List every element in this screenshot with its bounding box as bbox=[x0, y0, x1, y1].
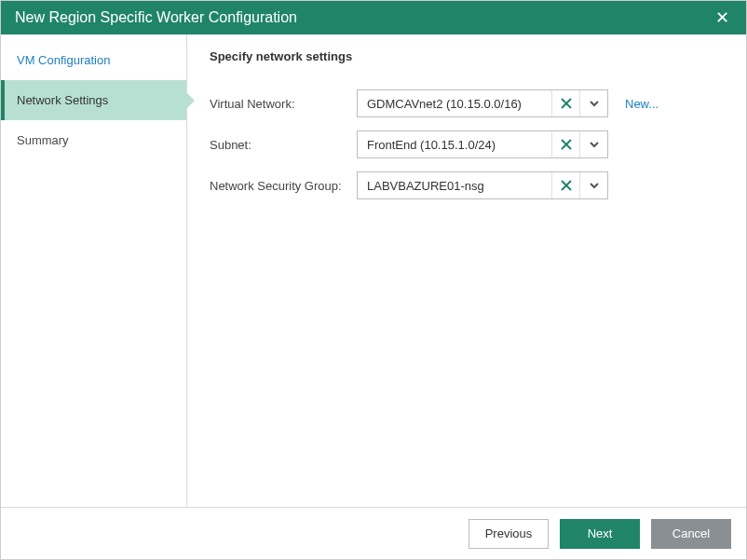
label-subnet: Subnet: bbox=[210, 138, 357, 152]
window-title: New Region Specific Worker Configuration bbox=[15, 9, 297, 26]
content-panel: Specify network settings Virtual Network… bbox=[187, 34, 746, 507]
sidebar-item-network-settings[interactable]: Network Settings bbox=[1, 80, 186, 120]
clear-icon[interactable] bbox=[551, 90, 579, 116]
combo-nsg[interactable]: LABVBAZURE01-nsg bbox=[357, 171, 608, 199]
label-virtual-network: Virtual Network: bbox=[210, 97, 357, 111]
new-virtual-network-link[interactable]: New... bbox=[625, 97, 659, 111]
sidebar-item-label: Network Settings bbox=[17, 93, 108, 107]
row-subnet: Subnet: FrontEnd (10.15.1.0/24) bbox=[210, 130, 727, 158]
chevron-down-icon[interactable] bbox=[579, 131, 607, 157]
sidebar-item-vm-configuration[interactable]: VM Configuration bbox=[1, 40, 186, 80]
cancel-button[interactable]: Cancel bbox=[651, 519, 731, 549]
clear-icon[interactable] bbox=[551, 131, 579, 157]
combo-virtual-network-value: GDMCAVnet2 (10.15.0.0/16) bbox=[358, 90, 551, 116]
previous-button[interactable]: Previous bbox=[469, 519, 549, 549]
next-button[interactable]: Next bbox=[560, 519, 640, 549]
sidebar-item-summary[interactable]: Summary bbox=[1, 120, 186, 160]
chevron-down-icon[interactable] bbox=[579, 172, 607, 198]
page-heading: Specify network settings bbox=[210, 49, 727, 63]
chevron-down-icon[interactable] bbox=[579, 90, 607, 116]
sidebar: VM Configuration Network Settings Summar… bbox=[1, 34, 187, 507]
sidebar-item-label: VM Configuration bbox=[17, 53, 110, 67]
footer: Previous Next Cancel bbox=[1, 507, 746, 559]
label-nsg: Network Security Group: bbox=[210, 179, 357, 193]
combo-virtual-network[interactable]: GDMCAVnet2 (10.15.0.0/16) bbox=[357, 89, 608, 117]
combo-subnet[interactable]: FrontEnd (10.15.1.0/24) bbox=[357, 130, 608, 158]
clear-icon[interactable] bbox=[551, 172, 579, 198]
close-icon[interactable]: ✕ bbox=[710, 6, 735, 30]
body-area: VM Configuration Network Settings Summar… bbox=[1, 34, 746, 507]
titlebar: New Region Specific Worker Configuration… bbox=[1, 1, 746, 34]
combo-subnet-value: FrontEnd (10.15.1.0/24) bbox=[358, 131, 551, 157]
row-nsg: Network Security Group: LABVBAZURE01-nsg bbox=[210, 171, 727, 199]
combo-nsg-value: LABVBAZURE01-nsg bbox=[358, 172, 551, 198]
row-virtual-network: Virtual Network: GDMCAVnet2 (10.15.0.0/1… bbox=[210, 89, 727, 117]
sidebar-item-label: Summary bbox=[17, 133, 69, 147]
